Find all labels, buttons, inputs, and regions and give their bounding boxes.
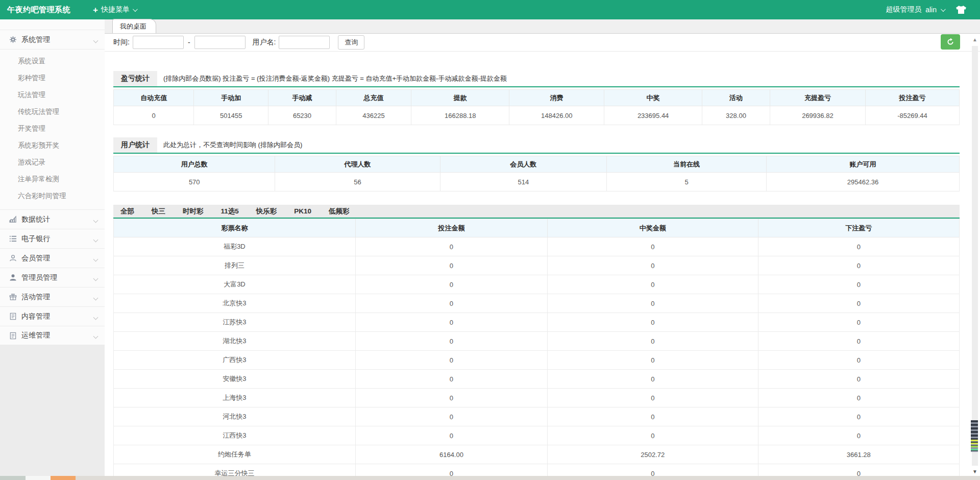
lottery-tab[interactable]: 全部 — [120, 207, 134, 216]
column-header: 当前在线 — [607, 156, 767, 173]
bet-amount-cell: 0 — [355, 237, 547, 256]
vertical-scrollbar-track[interactable] — [972, 46, 978, 466]
sidebar-subitem[interactable]: 六合彩时间管理 — [0, 187, 105, 204]
cell-value: 5 — [607, 173, 767, 191]
time-label: 时间: — [113, 38, 130, 47]
lottery-name-cell: 福彩3D — [114, 237, 356, 256]
cell-value: 233695.44 — [604, 106, 702, 125]
bet-amount-cell: 0 — [355, 294, 547, 313]
lottery-name-cell: 江西快3 — [114, 426, 356, 445]
lottery-tab[interactable]: 时时彩 — [183, 207, 204, 216]
profit-cell: 0 — [758, 313, 959, 332]
chevron-down-icon — [941, 7, 946, 12]
plus-icon: + — [93, 6, 98, 14]
win-amount-cell: 0 — [548, 275, 758, 294]
filter-toolbar: 时间: - 用户名: 查询 — [105, 34, 980, 51]
vertical-scrollbar-thumb[interactable] — [969, 418, 980, 454]
sidebar-item-system-management[interactable]: 系统管理 — [0, 30, 105, 49]
gear-icon — [9, 36, 17, 44]
bet-amount-cell: 0 — [355, 256, 547, 275]
win-amount-cell: 0 — [548, 389, 758, 407]
sidebar-item-data-statistics[interactable]: 数据统计 — [0, 209, 105, 229]
table-row: 上海快3 0 0 0 — [114, 389, 960, 407]
lottery-tab[interactable]: 快乐彩 — [256, 207, 277, 216]
lottery-name-cell: 安徽快3 — [114, 370, 356, 389]
document-icon — [9, 331, 17, 340]
column-header: 投注盈亏 — [866, 90, 960, 106]
win-amount-cell: 0 — [548, 237, 758, 256]
sidebar-subitem[interactable]: 玩法管理 — [0, 86, 105, 103]
column-header: 代理人数 — [275, 156, 440, 173]
lottery-tab[interactable]: 11选5 — [221, 207, 239, 216]
user-menu-button[interactable]: alin — [925, 6, 944, 14]
profit-cell: 0 — [758, 426, 959, 445]
user-solid-icon — [9, 274, 17, 282]
column-header: 账户可用 — [767, 156, 960, 173]
dash-separator: - — [188, 38, 190, 46]
table-row: 河北快3 0 0 0 — [114, 407, 960, 426]
chevron-down-icon — [94, 235, 97, 243]
bet-amount-cell: 0 — [355, 407, 547, 426]
vertical-scrollbar[interactable]: ▲ ▼ — [971, 34, 979, 477]
table-row: 湖北快3 0 0 0 — [114, 332, 960, 351]
time-end-input[interactable] — [194, 36, 246, 49]
sidebar-subitem[interactable]: 系统设置 — [0, 53, 105, 69]
sidebar-item-e-banking[interactable]: 电子银行 — [0, 229, 105, 248]
profit-cell: 0 — [758, 294, 959, 313]
horizontal-scrollbar-thumb[interactable] — [51, 476, 76, 480]
tab-my-desktop[interactable]: 我的桌面 — [112, 19, 156, 33]
username-input[interactable] — [279, 36, 330, 49]
win-amount-cell: 2502.72 — [548, 445, 758, 464]
lottery-tab[interactable]: 低频彩 — [329, 207, 350, 216]
sidebar-item-activity-management[interactable]: 活动管理 — [0, 287, 105, 306]
query-button[interactable]: 查询 — [338, 35, 364, 50]
sidebar-item-ops-management[interactable]: 运维管理 — [0, 326, 105, 345]
column-header: 活动 — [702, 90, 770, 106]
refresh-button[interactable] — [941, 34, 960, 50]
time-start-input[interactable] — [133, 36, 184, 49]
lottery-stats-section: 全部快三时时彩11选5快乐彩PK10低频彩 彩票名称 投注金额 中奖金额 下注盈… — [113, 205, 960, 480]
horizontal-scrollbar[interactable] — [0, 476, 980, 480]
win-amount-cell: 0 — [548, 256, 758, 275]
win-amount-cell: 0 — [548, 426, 758, 445]
bar-chart-icon — [9, 215, 17, 224]
sidebar-item-content-management[interactable]: 内容管理 — [0, 306, 105, 326]
user-values-row: 570 56 514 5 295462.36 — [114, 173, 960, 191]
sidebar-item-label: 电子银行 — [21, 234, 50, 244]
sidebar-item-admin-management[interactable]: 管理员管理 — [0, 268, 105, 287]
cell-value: 295462.36 — [767, 173, 960, 191]
sidebar-subitem[interactable]: 游戏记录 — [0, 154, 105, 171]
scroll-down-arrow-icon[interactable]: ▼ — [971, 468, 979, 476]
bet-amount-cell: 0 — [355, 370, 547, 389]
main-panel: 我的桌面 时间: - 用户名: 查询 盈亏统计 (排除内部会员数据) 投注盈亏 … — [105, 19, 980, 476]
lottery-tab[interactable]: 快三 — [152, 207, 165, 216]
sidebar-subitem[interactable]: 系统彩预开奖 — [0, 137, 105, 154]
scroll-up-arrow-icon[interactable]: ▲ — [971, 36, 979, 44]
win-amount-cell: 0 — [548, 407, 758, 426]
chevron-down-icon — [94, 254, 97, 262]
column-header: 下注盈亏 — [758, 219, 959, 237]
lottery-tab[interactable]: PK10 — [294, 207, 311, 215]
profit-header-row: 自动充值 手动加 手动减 总充值 提款 消费 中奖 活动 充提盈亏 投注盈亏 — [114, 90, 960, 106]
user-section-note: 此处为总计，不受查询时间影响 (排除内部会员) — [163, 140, 302, 150]
profit-cell: 0 — [758, 351, 959, 370]
lottery-name-cell: 约炮任务单 — [114, 445, 356, 464]
sidebar-subitem[interactable]: 注单异常检测 — [0, 171, 105, 187]
quick-menu-button[interactable]: + 快捷菜单 — [93, 5, 136, 14]
top-navbar: 午夜约吧管理系统 + 快捷菜单 超级管理员 alin — [0, 0, 980, 19]
chevron-down-icon — [94, 36, 97, 44]
theme-shirt-icon[interactable] — [955, 5, 967, 14]
username-label: 用户名: — [253, 38, 276, 47]
lottery-name-cell: 河北快3 — [114, 407, 356, 426]
cell-value: 65230 — [268, 106, 336, 125]
sidebar-subitem[interactable]: 彩种管理 — [0, 69, 105, 86]
sidebar-item-member-management[interactable]: 会员管理 — [0, 248, 105, 268]
hscroll-corner-segment — [0, 476, 26, 480]
lottery-header-row: 彩票名称 投注金额 中奖金额 下注盈亏 — [114, 219, 960, 237]
table-row: 江西快3 0 0 0 — [114, 426, 960, 445]
sidebar-subitem[interactable]: 传统玩法管理 — [0, 103, 105, 120]
cell-value: 436225 — [336, 106, 411, 125]
profit-cell: 0 — [758, 407, 959, 426]
column-header: 投注金额 — [355, 219, 547, 237]
sidebar-subitem[interactable]: 开奖管理 — [0, 120, 105, 137]
